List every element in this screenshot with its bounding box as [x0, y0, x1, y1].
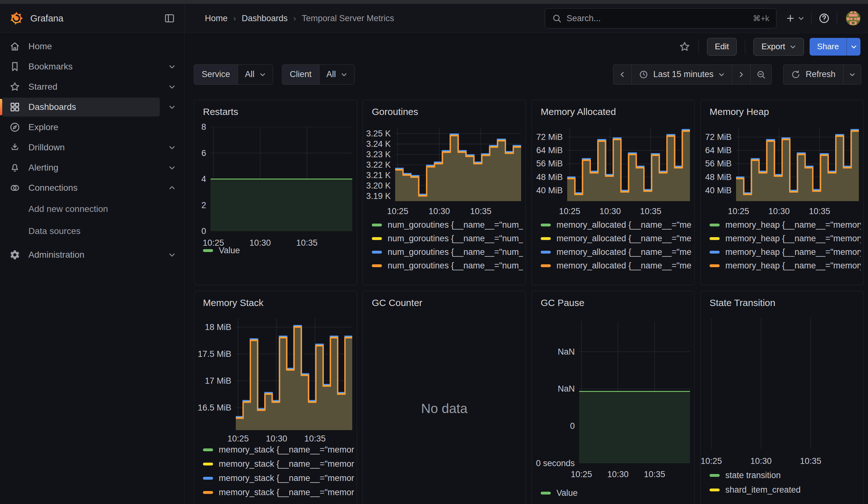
- legend-label: num_goroutines {__name__="num_go: [388, 234, 523, 244]
- time-series-chart[interactable]: [701, 318, 859, 449]
- search-input[interactable]: [567, 13, 748, 23]
- sidebar-item-drilldown[interactable]: Drilldown: [0, 137, 184, 157]
- refresh-button[interactable]: Refresh: [783, 65, 844, 84]
- time-series-chart[interactable]: 18 MiB17.5 MiB17 MiB16.5 MiB: [194, 318, 352, 430]
- sidebar-item-alerting[interactable]: Alerting: [0, 157, 184, 178]
- panel-state-transition: State Transition state transitionshard_i…: [700, 291, 864, 504]
- legend-item[interactable]: Value: [203, 244, 354, 257]
- export-button[interactable]: Export: [753, 38, 804, 55]
- x-axis-label: 10:30: [768, 207, 790, 216]
- sidebar-toggle-icon[interactable]: [164, 13, 175, 24]
- legend-item[interactable]: memory_allocated {__name__="memo: [541, 232, 692, 245]
- panel-title[interactable]: Memory Stack: [194, 291, 356, 308]
- share-button[interactable]: Share: [809, 38, 847, 55]
- x-axis-label: 10:30: [428, 207, 450, 216]
- sidebar-item-explore[interactable]: Explore: [0, 117, 184, 137]
- sidebar-item-connections[interactable]: Connections: [0, 178, 184, 198]
- plot-area[interactable]: [567, 128, 690, 201]
- time-series-chart[interactable]: 72 MiB64 MiB56 MiB48 MiB40 MiB: [701, 128, 859, 201]
- legend-item[interactable]: memory_allocated {__name__="memo: [541, 218, 692, 232]
- time-series-chart[interactable]: NaNNaN00 seconds: [532, 321, 690, 463]
- sidebar-item-administration[interactable]: Administration: [0, 245, 184, 265]
- legend-item[interactable]: state transition: [710, 468, 861, 483]
- y-axis-label: 3.23 K: [363, 150, 391, 159]
- legend-item[interactable]: num_goroutines {__name__="num_go: [372, 218, 523, 232]
- time-series-chart[interactable]: 3.25 K3.24 K3.23 K3.22 K3.21 K3.20 K3.19…: [363, 128, 521, 201]
- sidebar-item-data-sources[interactable]: Data sources: [0, 220, 184, 242]
- panel-title[interactable]: GC Pause: [532, 291, 694, 308]
- time-shift-forward-button[interactable]: [732, 65, 751, 84]
- chevron-down-icon[interactable]: [168, 104, 175, 111]
- y-axis-label: 17 MiB: [194, 376, 231, 385]
- service-variable-label: Service: [194, 65, 238, 84]
- y-axis-label: 72 MiB: [532, 132, 563, 142]
- legend-item[interactable]: num_goroutines {__name__="num_go: [372, 245, 523, 259]
- time-shift-back-button[interactable]: [613, 65, 632, 84]
- legend-item[interactable]: memory_heap {__name__="memory_h: [710, 232, 861, 245]
- refresh-interval-button[interactable]: [844, 65, 861, 84]
- sidebar-item-starred[interactable]: Starred: [0, 77, 184, 97]
- legend-item[interactable]: Value: [541, 486, 692, 500]
- x-axis-label: 10:30: [599, 207, 621, 216]
- y-axis-label: 17.5 MiB: [194, 349, 231, 359]
- breadcrumb-home[interactable]: Home: [205, 13, 228, 23]
- sidebar-item-bookmarks[interactable]: Bookmarks: [0, 56, 184, 77]
- plot-area[interactable]: [736, 128, 859, 201]
- time-series-chart[interactable]: 72 MiB64 MiB56 MiB48 MiB40 MiB: [532, 128, 690, 201]
- legend-item[interactable]: num_goroutines {__name__="num_go: [372, 232, 523, 245]
- legend-item[interactable]: memory_allocated {__name__="memo: [541, 245, 692, 259]
- panel-title[interactable]: Goroutines: [363, 100, 526, 117]
- legend-item[interactable]: memory_heap {__name__="memory_h: [710, 218, 861, 232]
- plot-area[interactable]: [579, 321, 690, 463]
- breadcrumb-separator: ›: [293, 13, 296, 23]
- zoom-out-button[interactable]: [751, 65, 772, 84]
- edit-button[interactable]: Edit: [707, 38, 737, 55]
- legend-item[interactable]: shard_item_created: [710, 483, 861, 497]
- legend-item[interactable]: memory_heap {__name__="memory_h: [710, 245, 861, 259]
- chevron-down-icon[interactable]: [168, 83, 175, 90]
- panel-title[interactable]: Memory Heap: [701, 100, 863, 117]
- time-series-chart[interactable]: 86420: [194, 127, 352, 231]
- panel-title[interactable]: GC Counter: [363, 291, 526, 308]
- chevron-down-icon[interactable]: [168, 63, 175, 70]
- legend-item[interactable]: memory_stack {__name__="memory_s: [203, 485, 354, 500]
- y-axis-label: 64 MiB: [532, 146, 563, 155]
- plot-area[interactable]: [395, 128, 521, 201]
- panel-title[interactable]: Restarts: [194, 100, 356, 117]
- search-box[interactable]: ⌘+k: [545, 8, 776, 28]
- share-menu-button[interactable]: [847, 38, 860, 55]
- sidebar-item-dashboards[interactable]: Dashboards: [0, 97, 184, 117]
- service-selected-value: All: [245, 70, 255, 79]
- legend-item[interactable]: memory_allocated {__name__="memo: [541, 259, 692, 272]
- chevron-up-icon[interactable]: [168, 184, 175, 192]
- legend-item[interactable]: memory_heap {__name__="memory_h: [710, 259, 861, 272]
- panel-title[interactable]: Memory Allocated: [532, 100, 694, 117]
- favorite-star-icon[interactable]: [679, 41, 690, 52]
- panel-gc-counter: GC Counter No data: [363, 291, 526, 504]
- chevron-down-icon[interactable]: [168, 251, 175, 258]
- legend-item[interactable]: memory_stack {__name__="memory_s: [203, 443, 354, 457]
- service-variable-value[interactable]: All: [238, 65, 273, 84]
- user-avatar[interactable]: [846, 11, 860, 25]
- plot-area[interactable]: [210, 127, 352, 231]
- help-icon[interactable]: [818, 13, 830, 24]
- sidebar-item-add-new-connection[interactable]: Add new connection: [0, 198, 184, 220]
- drilldown-icon: [9, 142, 20, 153]
- plot-area[interactable]: [236, 318, 352, 430]
- chevron-down-icon[interactable]: [168, 144, 175, 151]
- legend-item[interactable]: memory_stack {__name__="memory_s: [203, 471, 354, 485]
- legend-color-pill: [372, 224, 382, 226]
- plot-area[interactable]: [708, 318, 859, 449]
- chevron-down-icon[interactable]: [168, 164, 175, 171]
- panel-title[interactable]: State Transition: [701, 291, 863, 308]
- legend-item[interactable]: num_goroutines {__name__="num_go: [372, 259, 523, 272]
- y-axis-label: 3.21 K: [363, 170, 391, 180]
- sidebar-item-home[interactable]: Home: [0, 36, 184, 56]
- add-menu-button[interactable]: [785, 13, 804, 23]
- sidebar-item-label: Administration: [28, 250, 161, 260]
- client-variable-value[interactable]: All: [319, 65, 354, 84]
- time-range-picker[interactable]: Last 15 minutes: [632, 65, 732, 84]
- legend-item[interactable]: memory_stack {__name__="memory_s: [203, 457, 354, 471]
- breadcrumb-dashboards[interactable]: Dashboards: [242, 13, 288, 23]
- y-axis-label: 48 MiB: [532, 172, 563, 182]
